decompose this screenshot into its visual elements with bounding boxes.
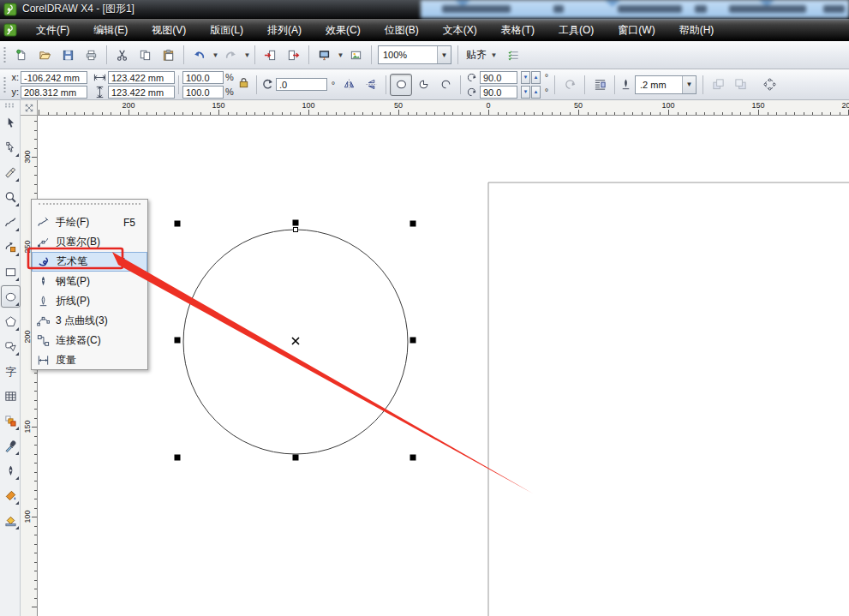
menu-bar-items: 文件(F)编辑(E)视图(V)版面(L)排列(A)效果(C)位图(B)文本(X)… bbox=[24, 20, 726, 41]
export-button[interactable] bbox=[282, 44, 305, 66]
undo-button[interactable] bbox=[188, 44, 211, 66]
toolbox-grip[interactable] bbox=[4, 103, 15, 108]
ellipse-mode-button[interactable] bbox=[390, 74, 412, 96]
object-width-input[interactable]: 123.422 mm bbox=[108, 71, 175, 84]
x-position-input[interactable]: -106.242 mm bbox=[21, 71, 87, 84]
flyout-item-1[interactable]: 手绘(F)F5 bbox=[32, 212, 147, 232]
end-angle-input[interactable]: 90.0 bbox=[480, 86, 517, 99]
redo-button[interactable] bbox=[219, 44, 242, 66]
flyout-item-3[interactable]: 艺术笔I bbox=[32, 252, 147, 272]
menu-item-11[interactable]: 窗口(W) bbox=[606, 20, 667, 41]
ruler-tick bbox=[462, 112, 463, 115]
eyedropper-tool[interactable] bbox=[1, 434, 21, 457]
copy-button[interactable] bbox=[134, 44, 157, 66]
undo-button-dropdown-arrow[interactable]: ▼ bbox=[212, 51, 219, 59]
flyout-item-6[interactable]: 3 点曲线(3) bbox=[32, 311, 147, 331]
rectangle-tool[interactable] bbox=[1, 260, 21, 283]
crop-tool[interactable] bbox=[1, 161, 21, 183]
flyout-item-5[interactable]: 折线(P) bbox=[32, 291, 147, 311]
outline-width-combo[interactable]: .2 mm ▼ bbox=[635, 75, 697, 94]
mirror-vertical-button[interactable] bbox=[360, 74, 382, 96]
fly-pen-icon bbox=[35, 274, 51, 290]
canvas[interactable] bbox=[38, 116, 849, 616]
ruler-tick bbox=[192, 112, 193, 115]
horizontal-ruler[interactable]: 20015010050050100150200 bbox=[38, 100, 849, 116]
smart-fill-tool[interactable] bbox=[1, 236, 21, 258]
cut-button[interactable] bbox=[111, 44, 134, 66]
freehand-tool[interactable] bbox=[1, 211, 21, 233]
ruler-label-top: 50 bbox=[574, 101, 583, 110]
pie-mode-button[interactable] bbox=[412, 74, 434, 96]
basic-shapes-tool[interactable] bbox=[1, 335, 21, 357]
menu-item-9[interactable]: 表格(T) bbox=[489, 20, 547, 41]
flyout-item-2[interactable]: 贝塞尔(B) bbox=[32, 232, 147, 252]
snap-to-dropdown[interactable]: 贴齐▼ bbox=[462, 45, 502, 65]
options-button[interactable] bbox=[502, 44, 525, 66]
flyout-item-4[interactable]: 钢笔(P) bbox=[32, 272, 147, 291]
nonproportional-scale-lock-button[interactable] bbox=[234, 73, 253, 92]
property-bar-grip[interactable] bbox=[3, 75, 7, 94]
ruler-tick bbox=[768, 112, 768, 115]
flyout-item-7[interactable]: 连接器(C) bbox=[32, 331, 147, 350]
ellipse-tool[interactable] bbox=[1, 285, 21, 308]
zoom-tool[interactable] bbox=[1, 186, 21, 208]
redo-button-dropdown-arrow[interactable]: ▼ bbox=[243, 51, 251, 59]
corel-online-button[interactable] bbox=[344, 44, 368, 66]
rotation-angle-input[interactable]: .0 bbox=[276, 78, 327, 91]
menu-item-1[interactable]: 文件(F) bbox=[24, 20, 81, 41]
end-angle-spinner[interactable]: ▼▲ bbox=[521, 86, 541, 99]
arc-mode-button[interactable] bbox=[434, 74, 457, 96]
convert-to-curves-button[interactable] bbox=[758, 74, 780, 96]
paste-button[interactable] bbox=[157, 44, 180, 66]
menu-item-6[interactable]: 效果(C) bbox=[314, 20, 373, 41]
to-back-button[interactable] bbox=[729, 74, 751, 96]
start-angle-spinner[interactable]: ▼▲ bbox=[521, 71, 541, 84]
menu-item-10[interactable]: 工具(O) bbox=[547, 20, 606, 41]
print-button[interactable] bbox=[80, 44, 103, 66]
pick-tool[interactable] bbox=[1, 111, 21, 134]
flyout-item-8[interactable]: 度量 bbox=[32, 350, 147, 370]
text-tool[interactable]: 字 bbox=[1, 360, 21, 382]
fill-tool[interactable] bbox=[1, 484, 21, 506]
menu-item-12[interactable]: 帮助(H) bbox=[667, 20, 726, 41]
object-height-input[interactable]: 123.422 mm bbox=[108, 86, 175, 99]
start-angle-input[interactable]: 90.0 bbox=[480, 71, 517, 84]
change-arc-direction-button[interactable] bbox=[559, 74, 581, 96]
export-icon bbox=[287, 48, 301, 62]
ruler-tick bbox=[416, 112, 417, 115]
ruler-origin[interactable] bbox=[21, 100, 38, 116]
shape-tool[interactable] bbox=[1, 136, 21, 158]
menu-item-5[interactable]: 排列(A) bbox=[255, 20, 314, 41]
menu-item-8[interactable]: 文本(X) bbox=[431, 20, 489, 41]
scale-y-input[interactable]: 100.0 bbox=[182, 86, 224, 99]
ellipse-node[interactable] bbox=[294, 228, 298, 232]
outline-pen-tool[interactable] bbox=[1, 459, 21, 481]
interactive-blend-tool[interactable] bbox=[1, 410, 21, 432]
interactive-fill-tool[interactable] bbox=[1, 509, 21, 531]
to-front-button[interactable] bbox=[707, 74, 729, 96]
import-button[interactable] bbox=[259, 44, 282, 66]
selection-center-mark[interactable] bbox=[292, 338, 299, 344]
ruler-tick bbox=[498, 112, 499, 115]
table-tool[interactable] bbox=[1, 385, 21, 407]
application-launcher-button-dropdown-arrow[interactable]: ▼ bbox=[337, 51, 344, 59]
new-document-button[interactable] bbox=[10, 44, 33, 66]
application-launcher-button[interactable] bbox=[313, 44, 336, 66]
zoom-level-combo-dropdown-button[interactable]: ▼ bbox=[437, 46, 451, 63]
wrap-paragraph-text-button[interactable] bbox=[589, 74, 611, 96]
flyout-drag-handle[interactable] bbox=[39, 203, 141, 208]
y-position-input[interactable]: 208.312 mm bbox=[21, 86, 87, 99]
menu-item-4[interactable]: 版面(L) bbox=[198, 20, 255, 41]
polygon-tool[interactable] bbox=[1, 310, 21, 332]
menu-item-7[interactable]: 位图(B) bbox=[373, 20, 431, 41]
zoom-level-combo[interactable]: 100%▼ bbox=[378, 45, 451, 64]
toolbar-grip[interactable] bbox=[3, 45, 7, 64]
save-button[interactable] bbox=[57, 44, 80, 66]
outline-width-dropdown-button[interactable]: ▼ bbox=[682, 76, 696, 93]
menu-item-3[interactable]: 视图(V) bbox=[140, 20, 198, 41]
open-button[interactable] bbox=[33, 44, 57, 66]
scale-x-input[interactable]: 100.0 bbox=[182, 71, 224, 84]
mirror-horizontal-button[interactable] bbox=[338, 74, 360, 96]
menu-item-2[interactable]: 编辑(E) bbox=[81, 20, 140, 41]
snap-to-dropdown-arrow[interactable]: ▼ bbox=[490, 51, 498, 59]
